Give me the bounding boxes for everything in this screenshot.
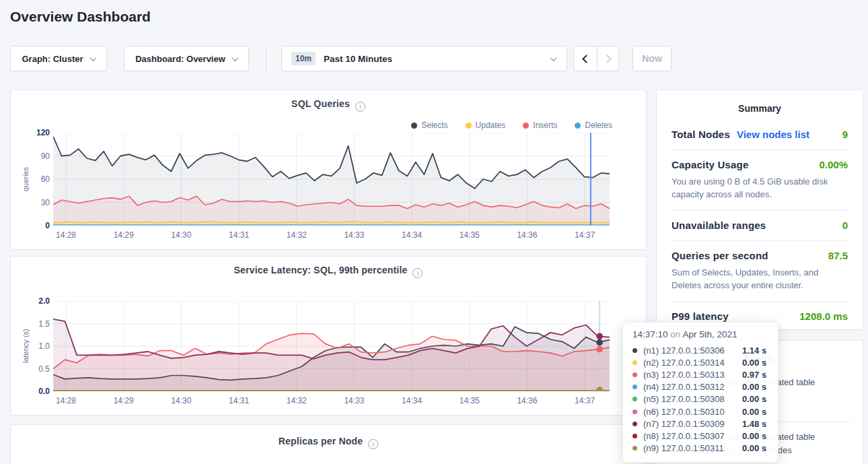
service-latency-plot [53, 301, 610, 391]
tooltip-node-value: 0.00 s [742, 358, 766, 368]
time-back-button[interactable] [573, 46, 598, 71]
tooltip-node-address: (n5) 127.0.0.1:50308 [643, 394, 742, 404]
legend-label: Inserts [533, 121, 557, 130]
x-axis-tick: 14:29 [109, 230, 139, 240]
summary-row-queries-per-second: Queries per second 87.5 Sum of Selects, … [672, 240, 848, 301]
node-color-dot [632, 397, 637, 401]
time-range-dropdown[interactable]: 10m Past 10 Minutes [281, 46, 567, 71]
x-axis-tick: 14:33 [339, 230, 369, 240]
tooltip-row: (n1) 127.0.0.1:503061.14 s [632, 344, 768, 356]
tooltip-timestamp: 14:37:10 on Apr 5th, 2021 [632, 329, 768, 339]
tooltip-node-value: 1.14 s [742, 345, 766, 356]
x-axis-tick: 14:36 [512, 396, 542, 405]
legend-item-updates: Updates [466, 121, 506, 130]
y-axis-tick: 2.0 [22, 296, 50, 306]
x-axis-tick: 14:37 [570, 230, 600, 240]
x-axis-tick: 14:35 [455, 396, 484, 405]
tooltip-node-address: (n7) 127.0.0.1:50309 [643, 419, 742, 429]
x-axis-tick: 14:34 [397, 230, 427, 240]
service-latency-chart[interactable] [53, 301, 610, 394]
tooltip-node-value: 0.97 s [742, 370, 766, 380]
x-axis-tick: 14:31 [224, 230, 254, 240]
node-color-dot [632, 372, 637, 377]
summary-title: Summary [657, 90, 863, 120]
y-axis-tick: 30 [22, 198, 50, 207]
chevron-down-icon [550, 55, 557, 61]
tooltip-row: (n9) 127.0.0.1:503110.00 s [632, 442, 768, 455]
info-icon[interactable]: i [412, 268, 423, 278]
chevron-down-icon [89, 55, 96, 61]
tooltip-node-address: (n3) 127.0.0.1:50313 [643, 370, 742, 380]
x-axis-tick: 14:32 [282, 396, 312, 405]
chart-hover-tooltip: 14:37:10 on Apr 5th, 2021 (n1) 127.0.0.1… [622, 322, 779, 463]
y-axis-tick: 1.5 [22, 319, 50, 329]
time-range-badge: 10m [291, 52, 316, 65]
summary-row-capacity-usage: Capacity Usage 0.00% You are using 0 B o… [672, 150, 848, 210]
summary-description: You are using 0 B of 4.5 GiB usable disk… [672, 175, 848, 201]
tooltip-row: (n7) 127.0.0.1:503091.48 s [632, 418, 768, 430]
legend-label: Updates [476, 121, 506, 130]
tooltip-row: (n6) 127.0.0.1:503100.00 s [632, 405, 768, 418]
x-axis-tick: 14:34 [397, 396, 427, 405]
sql-queries-legend: SelectsUpdatesInsertsDeletes [411, 121, 612, 130]
legend-dot [411, 123, 417, 129]
x-axis-tick: 14:29 [109, 396, 139, 405]
node-color-dot [632, 348, 637, 353]
graph-dropdown[interactable]: Graph: Cluster [10, 46, 107, 71]
x-axis-tick: 14:33 [339, 396, 369, 405]
sql-queries-card: SQL Queriesi SelectsUpdatesInsertsDelete… [10, 90, 647, 250]
legend-label: Selects [421, 121, 447, 130]
summary-value: 1208.0 ms [799, 310, 848, 322]
time-range-label: Past 10 Minutes [324, 54, 392, 64]
info-icon[interactable]: i [355, 102, 365, 112]
summary-value: 9 [842, 129, 848, 140]
y-axis-tick: 1.0 [22, 341, 50, 351]
x-axis-tick: 14:30 [166, 396, 196, 405]
chevron-left-icon [582, 55, 591, 63]
replicas-title: Replicas per Nodei [11, 436, 646, 449]
tooltip-node-value: 0.00 s [742, 394, 766, 404]
y-axis-tick: 0 [22, 221, 50, 230]
summary-panel: Summary Total Nodes View nodes list 9 Ca… [656, 90, 863, 330]
page-title: Overview Dashboard [10, 9, 151, 25]
y-axis-tick: 60 [22, 174, 50, 184]
sql-queries-chart[interactable] [53, 133, 610, 228]
x-axis-tick: 14:32 [282, 230, 312, 240]
tooltip-node-address: (n6) 127.0.0.1:50310 [643, 407, 742, 417]
x-axis-tick: 14:37 [570, 396, 600, 405]
tooltip-node-value: 0.00 s [742, 431, 766, 441]
view-nodes-list-link[interactable]: View nodes list [737, 129, 809, 140]
y-axis-tick: 0.5 [22, 364, 50, 374]
graph-dropdown-label: Graph: Cluster [22, 54, 83, 64]
node-color-dot [632, 409, 637, 414]
node-color-dot [632, 422, 637, 426]
legend-item-deletes: Deletes [575, 121, 612, 130]
sql-queries-plot [53, 133, 610, 226]
x-axis-tick: 14:28 [51, 396, 81, 405]
summary-value: 87.5 [828, 250, 848, 261]
summary-value: 0.00% [819, 159, 848, 170]
dashboard-dropdown-label: Dashboard: Overview [135, 54, 225, 64]
service-latency-title: Service Latency: SQL, 99th percentilei [11, 265, 646, 278]
x-axis-tick: 14:36 [512, 230, 542, 240]
tooltip-node-address: (n2) 127.0.0.1:50314 [643, 358, 742, 368]
toolbar-divider [266, 44, 266, 73]
x-axis-tick: 14:30 [166, 230, 196, 240]
tooltip-row: (n4) 127.0.0.1:503120.00 s [632, 381, 768, 393]
node-color-dot [632, 385, 637, 389]
dashboard-dropdown[interactable]: Dashboard: Overview [124, 46, 249, 71]
summary-label: Capacity Usage [672, 159, 749, 170]
legend-label: Deletes [585, 121, 612, 130]
tooltip-row: (n5) 127.0.0.1:503080.00 s [632, 393, 768, 405]
summary-label: Total Nodes [672, 129, 730, 140]
tooltip-node-value: 0.00 s [742, 382, 766, 392]
time-forward-button [597, 46, 619, 71]
now-button: Now [632, 46, 672, 71]
legend-dot [523, 123, 529, 129]
y-axis-tick: 0.0 [22, 387, 50, 396]
tooltip-node-value: 0.00 s [742, 443, 766, 453]
x-axis-tick: 14:35 [455, 230, 484, 240]
toolbar: Graph: Cluster Dashboard: Overview 10m P… [0, 46, 868, 71]
info-icon[interactable]: i [368, 439, 378, 449]
summary-description: Sum of Selects, Updates, Inserts, and De… [672, 266, 848, 292]
